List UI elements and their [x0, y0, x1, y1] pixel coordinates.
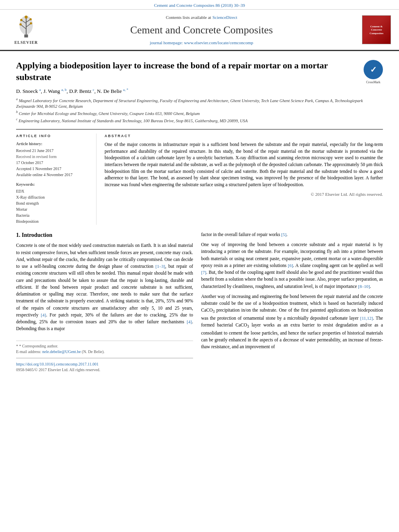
- journal-logo-box: Cement & Concrete Composites: [359, 15, 391, 44]
- keyword-biodeposition: Biodeposition: [16, 219, 90, 224]
- article-info-heading: ARTICLE INFO: [16, 134, 90, 139]
- intro-paragraph-1: Concrete is one of the most widely used …: [16, 242, 193, 332]
- elsevier-tree-icon: [16, 14, 36, 38]
- doi-link[interactable]: https://doi.org/10.1016/j.cemconcomp.201…: [16, 362, 193, 367]
- homepage-url[interactable]: www.elsevier.com/locate/cemconcomp: [184, 40, 253, 45]
- available-date: Available online 4 November 2017: [16, 172, 90, 178]
- journal-main-title: Cement and Concrete Composites: [44, 23, 359, 37]
- affiliation-c: c Engineering Laboratory, National Insti…: [16, 117, 383, 124]
- affiliation-a: a Magnel Laboratory for Concrete Researc…: [16, 97, 383, 109]
- journal-logo-img: Cement & Concrete Composites: [362, 15, 391, 44]
- right-paragraph-factor: factor in the overall failure of repair …: [201, 231, 383, 238]
- elsevier-text: ELSEVIER: [14, 40, 38, 45]
- sciencedirect-link[interactable]: ScienceDirect: [212, 15, 237, 20]
- authors-line: D. Snoeck a, J. Wang a, b, D.P. Bentz c,…: [16, 87, 383, 95]
- svg-point-10: [29, 18, 32, 21]
- keywords-label: Keywords:: [16, 182, 90, 187]
- svg-point-11: [25, 16, 27, 18]
- keyword-xray: X-Ray diffraction: [16, 195, 90, 200]
- crossmark-logo: ✓ CrossMark: [364, 60, 383, 79]
- svg-rect-0: [24, 35, 28, 37]
- elsevier-logo: ELSEVIER: [8, 14, 44, 45]
- article-info-abstract: ARTICLE INFO Article history: Received 2…: [16, 129, 383, 225]
- abstract-text: One of the major concerns in infrastruct…: [105, 141, 383, 188]
- bottom-section: * * Corresponding author. E-mail address…: [16, 341, 193, 373]
- svg-point-8: [30, 23, 32, 25]
- right-col: factor in the overall failure of repair …: [201, 231, 383, 373]
- keyword-bacteria: Bacteria: [16, 213, 90, 218]
- footer-issn: 0958-9465/© 2017 Elsevier Ltd. All right…: [16, 367, 193, 373]
- keyword-bond: Bond strength: [16, 201, 90, 206]
- section-title-intro: 1. Introduction: [16, 231, 193, 239]
- received-date: Received 21 June 2017: [16, 148, 90, 154]
- affiliation-b: b Center for Microbial Ecology and Techn…: [16, 110, 383, 117]
- email-line: E-mail address: nele.debelie@UGent.be (N…: [16, 349, 193, 355]
- abstract-col: ABSTRACT One of the major concerns in in…: [105, 134, 383, 225]
- received-revised-label: Received in revised form: [16, 154, 90, 160]
- abstract-heading: ABSTRACT: [105, 134, 383, 139]
- corresponding-author-label: * Corresponding author.: [19, 344, 58, 348]
- email-link[interactable]: nele.debelie@UGent.be: [42, 349, 81, 354]
- article-title-section: Applying a biodeposition layer to increa…: [16, 60, 383, 83]
- footnote-line: * * Corresponding author.: [16, 343, 193, 349]
- right-paragraph-biodeposition: Another way of increasing and engineerin…: [201, 293, 383, 351]
- journal-top-bar: Cement and Concrete Composites 86 (2018)…: [0, 0, 399, 10]
- copyright-line: © 2017 Elsevier Ltd. All rights reserved…: [105, 191, 383, 197]
- received-revised-date: 17 October 2017: [16, 160, 90, 166]
- article-title: Applying a biodeposition layer to increa…: [16, 60, 360, 83]
- crossmark-circle: ✓: [364, 60, 383, 79]
- left-col: 1. Introduction Concrete is one of the m…: [16, 231, 193, 373]
- keyword-mortar: Mortar: [16, 207, 90, 212]
- article-history-label: Article history:: [16, 141, 90, 147]
- svg-point-9: [20, 19, 23, 21]
- journal-header: ELSEVIER Contents lists available at Sci…: [0, 10, 399, 51]
- article-body: Applying a biodeposition layer to increa…: [0, 51, 399, 380]
- svg-point-7: [19, 23, 22, 26]
- journal-title-center: Contents lists available at ScienceDirec…: [44, 14, 359, 46]
- journal-homepage: journal homepage: www.elsevier.com/locat…: [44, 40, 359, 46]
- keyword-edx: EDX: [16, 189, 90, 194]
- journal-ref: Cement and Concrete Composites 86 (2018)…: [154, 3, 245, 8]
- accepted-date: Accepted 1 November 2017: [16, 166, 90, 172]
- contents-line: Contents lists available at ScienceDirec…: [44, 14, 359, 21]
- article-info-col: ARTICLE INFO Article history: Received 2…: [16, 134, 97, 225]
- right-paragraph-primer: One way of improving the bond between a …: [201, 241, 383, 290]
- main-content: 1. Introduction Concrete is one of the m…: [16, 231, 383, 373]
